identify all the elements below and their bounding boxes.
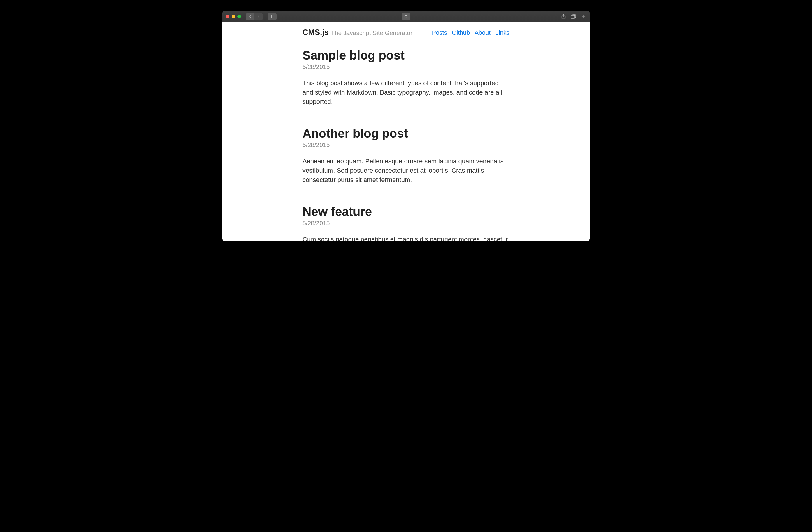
nav-link-links[interactable]: Links <box>495 29 509 36</box>
post-date: 5/28/2015 <box>303 220 509 227</box>
nav-link-github[interactable]: Github <box>452 29 470 36</box>
tabs-icon <box>571 14 576 19</box>
reload-icon[interactable] <box>404 15 408 19</box>
browser-titlebar <box>222 11 590 22</box>
share-icon <box>561 14 566 19</box>
chevron-right-icon <box>257 15 260 18</box>
page-container: CMS.js The Javascript Site Generator Pos… <box>303 22 509 241</box>
new-tab-button[interactable] <box>580 14 586 19</box>
site-header: CMS.js The Javascript Site Generator Pos… <box>303 28 509 37</box>
url-bar[interactable] <box>402 13 410 20</box>
sidebar-icon <box>270 15 274 18</box>
nav-link-about[interactable]: About <box>475 29 491 36</box>
post-title[interactable]: New feature <box>303 205 509 218</box>
browser-window: CMS.js The Javascript Site Generator Pos… <box>222 11 590 241</box>
back-button[interactable] <box>246 13 254 20</box>
svg-rect-4 <box>571 15 575 18</box>
nav-link-posts[interactable]: Posts <box>432 29 447 36</box>
page-content: CMS.js The Javascript Site Generator Pos… <box>222 22 590 241</box>
post-title[interactable]: Sample blog post <box>303 49 509 62</box>
chevron-left-icon <box>249 15 252 18</box>
blog-post: Another blog post 5/28/2015 Aenean eu le… <box>303 127 509 185</box>
post-body: Cum sociis natoque penatibus et magnis d… <box>303 235 509 241</box>
post-body: This blog post shows a few different typ… <box>303 78 509 106</box>
forward-button[interactable] <box>254 13 262 20</box>
post-date: 5/28/2015 <box>303 142 509 148</box>
sidebar-toggle-button[interactable] <box>268 13 276 20</box>
svg-rect-0 <box>270 15 274 18</box>
post-title[interactable]: Another blog post <box>303 127 509 140</box>
site-title[interactable]: CMS.js <box>303 28 329 37</box>
traffic-lights <box>226 15 241 18</box>
brand: CMS.js The Javascript Site Generator <box>303 28 412 37</box>
main-nav: Posts Github About Links <box>432 29 509 36</box>
minimize-window-button[interactable] <box>232 15 235 18</box>
toolbar-right <box>561 14 586 19</box>
post-body: Aenean eu leo quam. Pellentesque ornare … <box>303 157 509 185</box>
nav-arrows <box>246 13 262 20</box>
plus-icon <box>581 15 585 19</box>
blog-post: Sample blog post 5/28/2015 This blog pos… <box>303 49 509 106</box>
post-date: 5/28/2015 <box>303 63 509 70</box>
blog-post: New feature 5/28/2015 Cum sociis natoque… <box>303 205 509 241</box>
tabs-button[interactable] <box>570 14 576 19</box>
site-tagline: The Javascript Site Generator <box>331 29 412 37</box>
maximize-window-button[interactable] <box>237 15 241 18</box>
share-button[interactable] <box>561 14 566 19</box>
close-window-button[interactable] <box>226 15 229 18</box>
